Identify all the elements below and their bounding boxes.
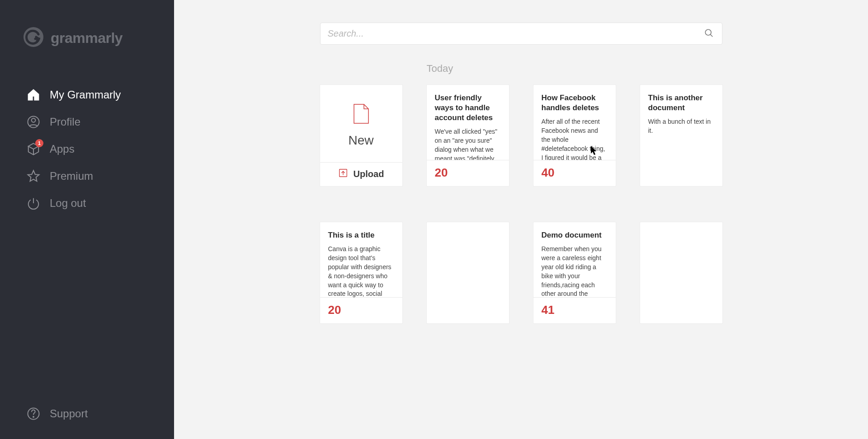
svg-point-2 xyxy=(32,118,36,122)
document-title: User friendly ways to handle account del… xyxy=(435,93,501,123)
sidebar-item-my-grammarly[interactable]: My Grammarly xyxy=(0,81,174,108)
search-icon[interactable] xyxy=(704,28,714,40)
document-title: This is another document xyxy=(648,93,714,113)
document-title: This is a title xyxy=(328,230,394,240)
document-issue-count: 41 xyxy=(542,303,608,317)
sidebar-nav: My Grammarly Profile 1 Apps xyxy=(0,68,174,217)
profile-icon xyxy=(26,115,41,129)
sidebar-item-label: Apps xyxy=(50,143,75,155)
main-content: Today New Upload xyxy=(174,0,868,439)
document-excerpt: With a bunch of text in it. xyxy=(648,117,714,135)
document-card[interactable] xyxy=(426,222,509,324)
documents-grid-row2: This is a title Canva is a graphic desig… xyxy=(320,222,722,324)
document-card[interactable]: Demo document Remember when you were a c… xyxy=(533,222,616,324)
svg-point-5 xyxy=(705,29,711,35)
sidebar-item-label: My Grammarly xyxy=(50,89,121,101)
help-icon xyxy=(26,406,41,421)
document-card[interactable]: User friendly ways to handle account del… xyxy=(426,84,509,187)
document-excerpt: Canva is a graphic design tool that's po… xyxy=(328,245,394,297)
sidebar-item-label: Premium xyxy=(50,170,93,182)
document-icon xyxy=(352,103,370,126)
power-icon xyxy=(26,196,41,210)
brand-logo: grammarly xyxy=(0,0,174,68)
document-issue-count: 20 xyxy=(435,166,501,180)
sidebar-item-apps[interactable]: 1 Apps xyxy=(0,135,174,163)
document-card[interactable]: This is a title Canva is a graphic desig… xyxy=(320,222,403,324)
document-card[interactable]: How Facebook handles deletes After all o… xyxy=(533,84,616,187)
brand-name: grammarly xyxy=(51,30,123,47)
upload-button[interactable]: Upload xyxy=(320,162,402,186)
search-bar[interactable] xyxy=(320,23,722,45)
document-title: How Facebook handles deletes xyxy=(542,93,608,113)
document-issue-count: 20 xyxy=(328,303,394,317)
sidebar-item-support[interactable]: Support xyxy=(0,400,174,439)
sidebar-item-profile[interactable]: Profile xyxy=(0,108,174,135)
grammarly-icon xyxy=(23,26,44,50)
sidebar-item-logout[interactable]: Log out xyxy=(0,190,174,217)
apps-badge: 1 xyxy=(35,139,43,147)
new-document-card[interactable]: New Upload xyxy=(320,84,403,187)
sidebar-item-label: Profile xyxy=(50,116,80,128)
upload-icon xyxy=(338,168,348,180)
document-excerpt: Remember when you were a careless eight … xyxy=(542,245,608,297)
star-icon xyxy=(26,169,41,183)
svg-point-4 xyxy=(33,416,34,417)
document-excerpt: We've all clicked "yes" on an "are you s… xyxy=(435,127,501,160)
search-input[interactable] xyxy=(327,23,704,44)
document-card[interactable]: This is another document With a bunch of… xyxy=(640,84,723,187)
documents-grid-row1: New Upload User friendly ways to handle … xyxy=(320,84,722,187)
sidebar: grammarly My Grammarly Profile xyxy=(0,0,174,439)
document-title: Demo document xyxy=(542,230,608,240)
document-excerpt: After all of the recent Facebook news an… xyxy=(542,117,608,160)
section-title: Today xyxy=(320,63,722,75)
sidebar-item-premium[interactable]: Premium xyxy=(0,163,174,190)
upload-label: Upload xyxy=(354,169,384,179)
new-label: New xyxy=(348,133,373,148)
sidebar-item-label: Log out xyxy=(50,197,86,210)
sidebar-item-label: Support xyxy=(50,407,88,420)
document-card[interactable] xyxy=(640,222,723,324)
apps-icon: 1 xyxy=(26,142,41,156)
document-issue-count: 40 xyxy=(542,166,608,180)
home-icon xyxy=(26,88,41,102)
